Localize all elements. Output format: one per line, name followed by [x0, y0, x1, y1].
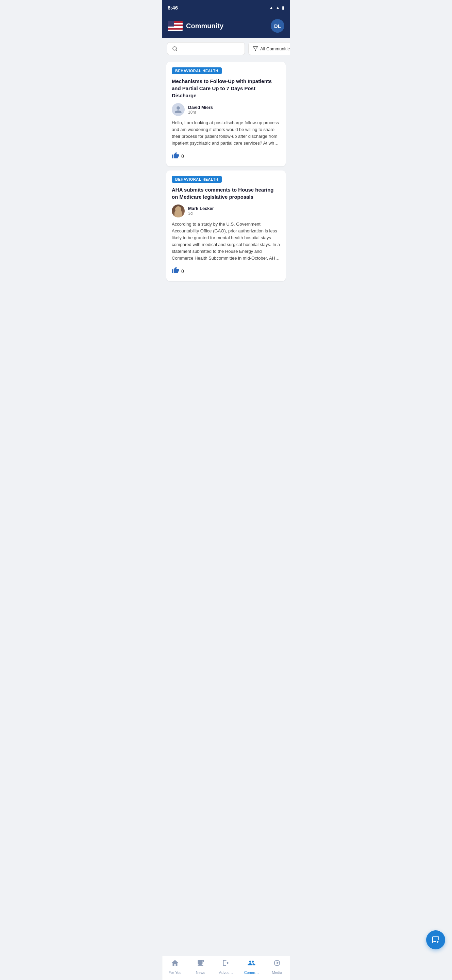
- user-avatar[interactable]: DL: [271, 19, 284, 33]
- post-time: 3d: [188, 211, 214, 216]
- battery-icon: ▮: [282, 5, 284, 10]
- like-count: 0: [181, 153, 184, 159]
- like-button[interactable]: 0: [172, 266, 184, 275]
- status-icons: ▲ ▲ ▮: [269, 5, 284, 10]
- flag-icon: [168, 21, 182, 31]
- category-badge: BEHAVIORAL HEALTH: [172, 176, 222, 183]
- post-actions: 0: [172, 266, 280, 275]
- header-left: Community: [168, 20, 224, 32]
- filter-label: All Communities: [260, 46, 290, 51]
- author-name: Mark Lecker: [188, 206, 214, 211]
- post-body: According to a study by the U.S. Governm…: [172, 221, 280, 262]
- post-author-row: Mark Lecker 3d: [172, 205, 280, 218]
- page-title: Community: [186, 22, 224, 30]
- author-info: Mark Lecker 3d: [188, 206, 214, 216]
- like-button[interactable]: 0: [172, 152, 184, 161]
- like-count: 0: [181, 269, 184, 274]
- post-title: AHA submits comments to House hearing on…: [172, 186, 280, 200]
- author-name: David Miers: [188, 105, 213, 110]
- search-box[interactable]: [167, 42, 245, 55]
- post-time: 10hr: [188, 110, 213, 115]
- status-bar: 8:46 ▲ ▲ ▮: [162, 0, 290, 15]
- wifi-icon: ▲: [269, 5, 273, 10]
- post-card[interactable]: BEHAVIORAL HEALTH Mechanisms to Follow-U…: [166, 62, 286, 166]
- status-time: 8:46: [168, 5, 178, 11]
- post-title: Mechanisms to Follow-Up with Inpatients …: [172, 78, 280, 99]
- signal-icon: ▲: [276, 5, 280, 10]
- thumbs-up-icon: [172, 266, 179, 275]
- author-info: David Miers 10hr: [188, 105, 213, 115]
- svg-marker-2: [253, 47, 257, 51]
- search-icon: [172, 46, 178, 51]
- category-badge: BEHAVIORAL HEALTH: [172, 67, 222, 74]
- search-input[interactable]: [180, 46, 240, 51]
- search-filter-row: All Communities: [162, 38, 290, 59]
- content-area: BEHAVIORAL HEALTH Mechanisms to Follow-U…: [162, 59, 290, 308]
- post-author-row: David Miers 10hr: [172, 103, 280, 116]
- post-card[interactable]: BEHAVIORAL HEALTH AHA submits comments t…: [166, 170, 286, 282]
- post-actions: 0: [172, 152, 280, 161]
- svg-line-1: [176, 50, 177, 51]
- author-avatar: [172, 205, 185, 218]
- post-body: Hello, I am looking at post-discharge fo…: [172, 119, 280, 147]
- filter-icon: [253, 46, 258, 51]
- app-header: Community DL: [162, 15, 290, 38]
- thumbs-up-icon: [172, 152, 179, 161]
- filter-button[interactable]: All Communities: [248, 42, 290, 55]
- user-icon: [174, 105, 182, 114]
- author-avatar: [172, 103, 185, 116]
- app-logo: [168, 20, 182, 32]
